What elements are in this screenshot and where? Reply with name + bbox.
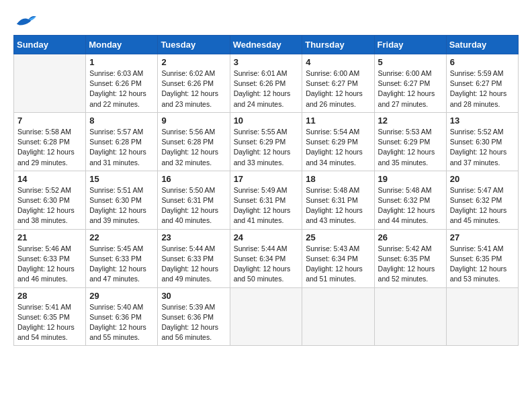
day-info: Sunrise: 6:03 AM Sunset: 6:26 PM Dayligh…	[89, 68, 154, 109]
day-number: 17	[234, 174, 299, 184]
day-number: 9	[161, 116, 226, 126]
calendar-day-cell: 4Sunrise: 6:00 AM Sunset: 6:27 PM Daylig…	[302, 54, 374, 113]
day-info: Sunrise: 6:01 AM Sunset: 6:26 PM Dayligh…	[234, 68, 299, 109]
day-number: 29	[89, 291, 154, 301]
calendar-week-row: 7Sunrise: 5:58 AM Sunset: 6:28 PM Daylig…	[14, 112, 519, 171]
day-info: Sunrise: 5:55 AM Sunset: 6:29 PM Dayligh…	[234, 127, 299, 168]
calendar-day-cell: 24Sunrise: 5:44 AM Sunset: 6:34 PM Dayli…	[230, 229, 302, 287]
calendar-day-cell: 6Sunrise: 5:59 AM Sunset: 6:27 PM Daylig…	[446, 54, 518, 113]
logo-icon	[13, 13, 38, 28]
calendar-day-cell: 8Sunrise: 5:57 AM Sunset: 6:28 PM Daylig…	[86, 112, 158, 171]
day-number: 24	[234, 232, 299, 242]
calendar-week-row: 21Sunrise: 5:46 AM Sunset: 6:33 PM Dayli…	[14, 229, 519, 287]
calendar-day-cell: 12Sunrise: 5:53 AM Sunset: 6:29 PM Dayli…	[374, 112, 446, 171]
day-number: 1	[89, 57, 154, 67]
day-number: 21	[17, 232, 82, 242]
day-number: 16	[161, 174, 226, 184]
day-of-week-header: Monday	[86, 36, 158, 54]
day-number: 11	[306, 116, 370, 126]
day-number: 12	[378, 116, 443, 126]
calendar-day-cell: 16Sunrise: 5:50 AM Sunset: 6:31 PM Dayli…	[158, 171, 230, 229]
calendar-day-cell: 23Sunrise: 5:44 AM Sunset: 6:33 PM Dayli…	[158, 229, 230, 287]
day-number: 19	[378, 174, 443, 184]
day-info: Sunrise: 5:53 AM Sunset: 6:29 PM Dayligh…	[378, 127, 443, 168]
calendar-day-cell: 27Sunrise: 5:41 AM Sunset: 6:35 PM Dayli…	[446, 229, 518, 287]
day-info: Sunrise: 5:51 AM Sunset: 6:30 PM Dayligh…	[89, 185, 154, 226]
day-number: 30	[161, 291, 226, 301]
day-info: Sunrise: 5:43 AM Sunset: 6:34 PM Dayligh…	[306, 244, 370, 285]
calendar-day-cell: 7Sunrise: 5:58 AM Sunset: 6:28 PM Daylig…	[14, 112, 86, 171]
calendar-day-cell: 26Sunrise: 5:42 AM Sunset: 6:35 PM Dayli…	[374, 229, 446, 287]
day-info: Sunrise: 5:44 AM Sunset: 6:33 PM Dayligh…	[161, 244, 226, 285]
day-info: Sunrise: 5:44 AM Sunset: 6:34 PM Dayligh…	[234, 244, 299, 285]
calendar-header-row: SundayMondayTuesdayWednesdayThursdayFrid…	[14, 36, 519, 54]
calendar-week-row: 1Sunrise: 6:03 AM Sunset: 6:26 PM Daylig…	[14, 54, 519, 113]
day-number: 8	[89, 116, 154, 126]
day-info: Sunrise: 5:45 AM Sunset: 6:33 PM Dayligh…	[89, 244, 154, 285]
calendar-day-cell	[446, 287, 518, 346]
calendar-day-cell: 22Sunrise: 5:45 AM Sunset: 6:33 PM Dayli…	[86, 229, 158, 287]
day-number: 26	[378, 232, 443, 242]
day-number: 4	[306, 57, 370, 67]
day-number: 15	[89, 174, 154, 184]
calendar-day-cell: 17Sunrise: 5:49 AM Sunset: 6:31 PM Dayli…	[230, 171, 302, 229]
calendar-day-cell: 5Sunrise: 6:00 AM Sunset: 6:27 PM Daylig…	[374, 54, 446, 113]
calendar-day-cell: 3Sunrise: 6:01 AM Sunset: 6:26 PM Daylig…	[230, 54, 302, 113]
day-number: 5	[378, 57, 443, 67]
day-number: 20	[450, 174, 515, 184]
day-number: 23	[161, 232, 226, 242]
day-info: Sunrise: 6:02 AM Sunset: 6:26 PM Dayligh…	[161, 68, 226, 109]
day-number: 14	[17, 174, 82, 184]
day-info: Sunrise: 5:48 AM Sunset: 6:32 PM Dayligh…	[378, 185, 443, 226]
day-of-week-header: Sunday	[14, 36, 86, 54]
day-info: Sunrise: 5:58 AM Sunset: 6:28 PM Dayligh…	[17, 127, 82, 168]
day-info: Sunrise: 5:56 AM Sunset: 6:28 PM Dayligh…	[161, 127, 226, 168]
day-info: Sunrise: 5:52 AM Sunset: 6:30 PM Dayligh…	[450, 127, 515, 168]
day-info: Sunrise: 6:00 AM Sunset: 6:27 PM Dayligh…	[378, 68, 443, 109]
calendar-day-cell: 30Sunrise: 5:39 AM Sunset: 6:36 PM Dayli…	[158, 287, 230, 346]
day-number: 13	[450, 116, 515, 126]
day-number: 6	[450, 57, 515, 67]
day-number: 10	[234, 116, 299, 126]
day-info: Sunrise: 5:49 AM Sunset: 6:31 PM Dayligh…	[234, 185, 299, 226]
calendar-day-cell: 11Sunrise: 5:54 AM Sunset: 6:29 PM Dayli…	[302, 112, 374, 171]
day-info: Sunrise: 5:54 AM Sunset: 6:29 PM Dayligh…	[306, 127, 370, 168]
day-info: Sunrise: 5:46 AM Sunset: 6:33 PM Dayligh…	[17, 244, 82, 285]
logo	[13, 13, 40, 28]
calendar-week-row: 14Sunrise: 5:52 AM Sunset: 6:30 PM Dayli…	[14, 171, 519, 229]
calendar-day-cell: 21Sunrise: 5:46 AM Sunset: 6:33 PM Dayli…	[14, 229, 86, 287]
calendar-day-cell: 29Sunrise: 5:40 AM Sunset: 6:36 PM Dayli…	[86, 287, 158, 346]
calendar-day-cell: 14Sunrise: 5:52 AM Sunset: 6:30 PM Dayli…	[14, 171, 86, 229]
calendar-day-cell: 1Sunrise: 6:03 AM Sunset: 6:26 PM Daylig…	[86, 54, 158, 113]
calendar-day-cell: 10Sunrise: 5:55 AM Sunset: 6:29 PM Dayli…	[230, 112, 302, 171]
day-number: 27	[450, 232, 515, 242]
day-number: 18	[306, 174, 370, 184]
day-number: 7	[17, 116, 82, 126]
day-of-week-header: Tuesday	[158, 36, 230, 54]
calendar-day-cell	[374, 287, 446, 346]
day-info: Sunrise: 5:41 AM Sunset: 6:35 PM Dayligh…	[17, 302, 82, 343]
day-of-week-header: Saturday	[446, 36, 518, 54]
day-info: Sunrise: 5:48 AM Sunset: 6:31 PM Dayligh…	[306, 185, 370, 226]
day-info: Sunrise: 5:39 AM Sunset: 6:36 PM Dayligh…	[161, 302, 226, 343]
calendar-day-cell: 9Sunrise: 5:56 AM Sunset: 6:28 PM Daylig…	[158, 112, 230, 171]
day-number: 2	[161, 57, 226, 67]
day-info: Sunrise: 5:42 AM Sunset: 6:35 PM Dayligh…	[378, 244, 443, 285]
calendar-day-cell: 18Sunrise: 5:48 AM Sunset: 6:31 PM Dayli…	[302, 171, 374, 229]
day-of-week-header: Wednesday	[230, 36, 302, 54]
calendar-day-cell: 20Sunrise: 5:47 AM Sunset: 6:32 PM Dayli…	[446, 171, 518, 229]
header	[13, 13, 519, 28]
calendar-day-cell	[14, 54, 86, 113]
day-number: 22	[89, 232, 154, 242]
calendar-week-row: 28Sunrise: 5:41 AM Sunset: 6:35 PM Dayli…	[14, 287, 519, 346]
day-info: Sunrise: 5:52 AM Sunset: 6:30 PM Dayligh…	[17, 185, 82, 226]
day-info: Sunrise: 5:50 AM Sunset: 6:31 PM Dayligh…	[161, 185, 226, 226]
day-number: 3	[234, 57, 299, 67]
calendar-day-cell	[230, 287, 302, 346]
calendar-day-cell: 19Sunrise: 5:48 AM Sunset: 6:32 PM Dayli…	[374, 171, 446, 229]
calendar-day-cell: 13Sunrise: 5:52 AM Sunset: 6:30 PM Dayli…	[446, 112, 518, 171]
calendar-body: 1Sunrise: 6:03 AM Sunset: 6:26 PM Daylig…	[14, 54, 519, 346]
day-info: Sunrise: 5:41 AM Sunset: 6:35 PM Dayligh…	[450, 244, 515, 285]
day-of-week-header: Thursday	[302, 36, 374, 54]
day-info: Sunrise: 6:00 AM Sunset: 6:27 PM Dayligh…	[306, 68, 370, 109]
